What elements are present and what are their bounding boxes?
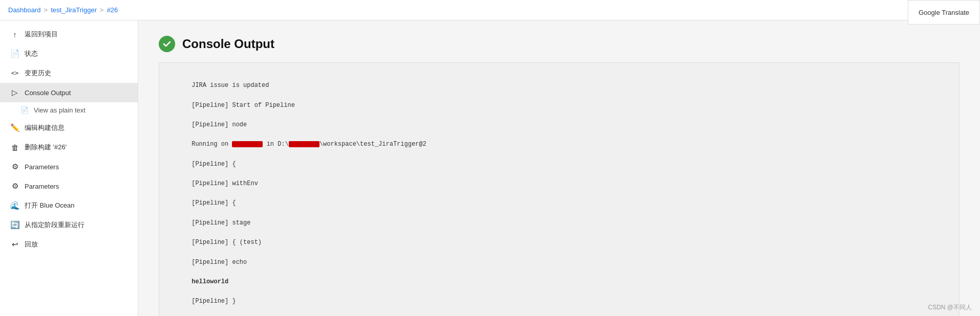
sidebar-label-edit-build: 编辑构建信息 (25, 123, 65, 132)
sidebar-item-parameters1[interactable]: ⚙ Parameters (0, 157, 138, 176)
success-icon (159, 36, 175, 52)
sidebar-label-rollback: 回放 (25, 240, 38, 249)
changes-icon: <> (10, 70, 19, 77)
sidebar-label-console: Console Output (25, 89, 71, 97)
back-icon: ↑ (10, 30, 19, 39)
console-icon: ▷ (10, 88, 19, 97)
sidebar-label-blue-ocean: 打开 Blue Ocean (25, 201, 75, 210)
view-plain-icon: 📄 (20, 106, 29, 114)
console-output-box: JIRA issue is updated [Pipeline] Start o… (159, 62, 960, 316)
sidebar-item-rollback[interactable]: ↩ 回放 (0, 235, 138, 254)
sidebar-item-blue-ocean[interactable]: 🌊 打开 Blue Ocean (0, 196, 138, 215)
console-line-2: [Pipeline] Start of Pipeline (191, 102, 295, 109)
console-line-6: [Pipeline] withEnv (191, 180, 258, 187)
rollback-icon: ↩ (10, 240, 19, 249)
sidebar-label-parameters2: Parameters (25, 183, 59, 190)
console-line-8: [Pipeline] stage (191, 219, 250, 227)
sidebar-item-changes[interactable]: <> 变更历史 (0, 63, 138, 83)
console-line-4-suffix: \workspace\test_JiraTrigger@2 (319, 141, 427, 148)
footer-text: CSDN @不同人 (928, 304, 972, 311)
console-line-1: JIRA issue is updated (191, 82, 269, 89)
main-layout: ↑ 返回到项目 📄 状态 <> 变更历史 ▷ Console Output 📄 … (0, 20, 980, 316)
params2-icon: ⚙ (10, 182, 19, 191)
sidebar-item-edit-build[interactable]: ✏️ 编辑构建信息 (0, 118, 138, 138)
console-line-9: [Pipeline] { (test) (191, 239, 262, 246)
redacted-hostname (232, 141, 263, 147)
sidebar-label-view-plain: View as plain text (34, 106, 86, 114)
sidebar-item-delete-build[interactable]: 🗑 删除构建 '#26' (0, 138, 138, 157)
breadcrumb-sep-1: > (44, 6, 48, 14)
sidebar: ↑ 返回到项目 📄 状态 <> 变更历史 ▷ Console Output 📄 … (0, 20, 138, 316)
google-translate-button[interactable]: Google Translate (908, 0, 980, 25)
breadcrumb-sep-2: > (100, 6, 104, 14)
sidebar-label-back: 返回到项目 (25, 30, 58, 39)
sidebar-item-status[interactable]: 📄 状态 (0, 44, 138, 63)
sidebar-label-changes: 变更历史 (25, 69, 51, 78)
page-header: Console Output (159, 36, 960, 52)
page-title: Console Output (182, 37, 274, 51)
console-line-4-prefix: Running on (191, 141, 232, 148)
console-line-10: [Pipeline] echo (191, 259, 247, 266)
console-line-4-mid: in D:\ (263, 141, 288, 148)
breadcrumb: Dashboard > test_JiraTrigger > #26 (8, 6, 118, 14)
console-line-5: [Pipeline] { (191, 161, 236, 168)
blue-ocean-icon: 🌊 (10, 201, 19, 210)
sidebar-label-parameters1: Parameters (25, 163, 59, 171)
breadcrumb-dashboard[interactable]: Dashboard (8, 6, 41, 14)
redacted-path (289, 141, 319, 147)
console-line-3: [Pipeline] node (191, 121, 247, 128)
top-nav: Dashboard > test_JiraTrigger > #26 Googl… (0, 0, 980, 20)
sidebar-label-delete-build: 删除构建 '#26' (25, 143, 67, 152)
sidebar-item-console[interactable]: ▷ Console Output (0, 83, 138, 102)
content-area: Console Output JIRA issue is updated [Pi… (138, 20, 980, 316)
console-line-12: [Pipeline] } (191, 298, 236, 305)
footer: CSDN @不同人 (928, 303, 972, 312)
breadcrumb-build[interactable]: #26 (107, 6, 118, 14)
status-icon: 📄 (10, 49, 19, 58)
sidebar-item-restart[interactable]: 🔄 从指定阶段重新运行 (0, 215, 138, 235)
sidebar-item-view-plain[interactable]: 📄 View as plain text (0, 102, 138, 118)
sidebar-label-status: 状态 (25, 49, 38, 58)
params1-icon: ⚙ (10, 162, 19, 171)
edit-icon: ✏️ (10, 123, 19, 132)
console-line-7: [Pipeline] { (191, 199, 236, 207)
console-line-11: helloworld (191, 278, 228, 285)
sidebar-item-back[interactable]: ↑ 返回到项目 (0, 25, 138, 44)
sidebar-item-parameters2[interactable]: ⚙ Parameters (0, 176, 138, 196)
delete-icon: 🗑 (10, 143, 19, 152)
restart-icon: 🔄 (10, 220, 19, 230)
breadcrumb-project[interactable]: test_JiraTrigger (51, 6, 97, 14)
sidebar-label-restart: 从指定阶段重新运行 (25, 220, 84, 230)
